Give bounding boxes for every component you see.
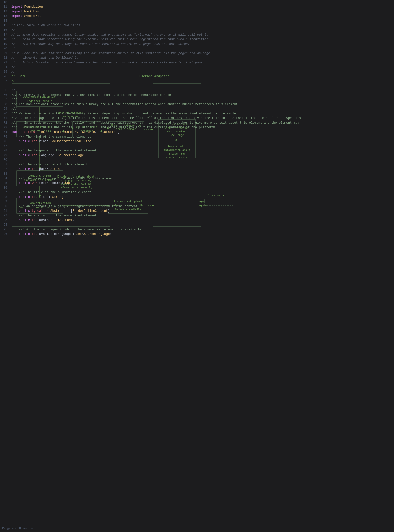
line-90: 90 /// An abstract is a single paragraph… (0, 204, 394, 209)
line-74: 74 public struct LinkDestinationSummary:… (0, 130, 394, 134)
line-22: 22 // elements that can be linked to. (0, 56, 394, 60)
line-95: 95 /// All the languages in which the su… (0, 227, 394, 232)
line-78: 78 /// The language of the summarized el… (0, 148, 394, 153)
line-91: 91 public typealias Abstract = [RenderIn… (0, 209, 394, 213)
line-15: 15 // Link resolution works in two parts… (0, 23, 394, 28)
line-11: 11 import Foundation (0, 5, 394, 9)
line-71: 71 /// - In a paragraph of text, a link … (0, 116, 394, 121)
line-96: 96 public let availableLanguages: Set<So… (0, 232, 394, 237)
line-65: 65 // (0, 88, 394, 93)
svg-marker-65 (199, 201, 202, 203)
code-editor: 18 11 import Foundation 12 import Markdo… (0, 0, 394, 237)
line-18: 18 (0, 0, 394, 5)
line-76: 76 public let kind: DocumentationNode.Ki… (0, 139, 394, 144)
line-92: 92 /// The abstract of the summarized el… (0, 213, 394, 218)
line-21: 21 // 2. Once DocC has finished compilin… (0, 51, 394, 56)
svg-text:Process and upload: Process and upload (114, 200, 142, 203)
line-75: 75 /// The kind of the summarized elemen… (0, 134, 394, 139)
line-85: 85 public var referenceURL: URL (0, 181, 394, 185)
line-24: 24 // (0, 65, 394, 70)
line-23: 23 // This information is returned when … (0, 60, 394, 65)
line-72: 72 /// - In a task group, the the ``titl… (0, 121, 394, 125)
line-20: 20 // (0, 46, 394, 51)
line-67: 67 /// (0, 97, 394, 102)
line-82: 82 public let path: String (0, 167, 394, 172)
line-16: 16 // (0, 28, 394, 32)
line-12: 12 import Markdown (0, 9, 394, 14)
line-79: 79 public let language: SourceLanguage (0, 153, 394, 158)
line-73: 73 /// based on the values of its ``plat… (0, 125, 394, 130)
line-27: 27 // (0, 79, 394, 83)
line-25: 25 // (0, 70, 394, 74)
line-84: 84 /// The resolved topic reference URL … (0, 176, 394, 181)
line-18b: 18 // resolve that reference using the e… (0, 37, 394, 42)
line-17: 17 // 1. When DocC compiles a documentat… (0, 32, 394, 37)
line-66: 66 /// A summary of an element that you … (0, 93, 394, 97)
line-68: 68 /// The non-optional properties of th… (0, 102, 394, 107)
line-69: 69 /// (0, 107, 394, 111)
line-70: 70 /// Various information from the summ… (0, 111, 394, 116)
line-81: 81 /// The relative path to this element… (0, 162, 394, 167)
line-19: 19 // The reference may be a page in ano… (0, 42, 394, 46)
line-14: 14 (0, 19, 394, 23)
svg-text:referenced externally: referenced externally (60, 186, 92, 189)
line-13: 13 import SymbolKit (0, 14, 394, 19)
line-93: 93 public let abstract: Abstract? (0, 218, 394, 223)
watermark: ProgrammerHumor.io (2, 527, 33, 530)
line-87: 87 /// The title of the summarized eleme… (0, 190, 394, 195)
line-26: 26 // DocC Backend endpoint (0, 74, 394, 79)
line-88: 88 public let title: String (0, 195, 394, 199)
